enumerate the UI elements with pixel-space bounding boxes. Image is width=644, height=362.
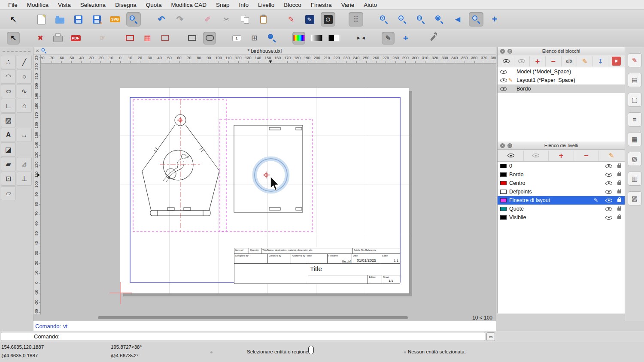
layer-color-swatch[interactable] [500, 181, 507, 185]
close-drawing-button[interactable]: ✖ [34, 32, 47, 45]
layer-row-defpoints[interactable]: Defpoints [498, 187, 625, 196]
open-file-button[interactable] [52, 12, 67, 27]
menu-item-livello[interactable]: Livello [253, 2, 279, 8]
pan-hand-button[interactable]: ☞ [96, 32, 109, 45]
library-browser-panel-button[interactable]: ▢ [628, 93, 642, 107]
block-row-model-model-space[interactable]: Model (*Model_Space) [498, 67, 625, 76]
zoom-out-button[interactable]: − [395, 12, 410, 27]
show-all-blocks-button[interactable] [498, 56, 514, 66]
drawing-canvas[interactable]: Item ref Quantity Title/Name, destinatio… [41, 63, 496, 314]
layer-row-0[interactable]: 0 [498, 162, 625, 170]
zoom-grid-button[interactable]: ▦ [265, 32, 278, 45]
eye-icon[interactable] [605, 216, 612, 220]
zoom-window-button[interactable] [469, 12, 483, 27]
menu-item-blocco[interactable]: Blocco [279, 2, 306, 8]
save-as-button[interactable]: ✎ [89, 12, 104, 27]
edit-block-button[interactable]: ✎ [577, 56, 593, 66]
snap-perpendicular-button[interactable]: ⊥ [17, 172, 32, 186]
line-tools-button[interactable]: ╱ [17, 55, 32, 69]
menu-item-finestra[interactable]: Finestra [306, 2, 337, 8]
block-row-bordo[interactable]: Bordo [498, 84, 625, 93]
eye-icon[interactable] [500, 70, 507, 74]
point-tools-button[interactable]: ∴ [1, 55, 16, 69]
close-panel-icon[interactable]: ✕ [500, 143, 505, 148]
remove-block-button[interactable]: − [546, 56, 562, 66]
command-console-toggle-button[interactable]: ▭ [486, 332, 495, 341]
circle-tools-button[interactable]: ○ [17, 69, 32, 84]
menu-item-vista[interactable]: Vista [53, 2, 76, 8]
solid-fill-button[interactable]: ▰ [1, 157, 16, 171]
edit-properties-button[interactable]: ✎ [302, 12, 317, 27]
hide-all-blocks-button[interactable] [514, 56, 530, 66]
remove-layer-button[interactable]: − [574, 151, 599, 161]
close-panel-icon[interactable]: ✕ [500, 49, 505, 54]
rounded-rect-button[interactable] [203, 32, 216, 45]
horizontal-scrollbar[interactable] [98, 316, 408, 319]
full-color-button[interactable] [292, 32, 305, 45]
layer-list-panel-button[interactable]: ▦ [628, 132, 642, 146]
viewport-frame-button[interactable] [123, 32, 136, 45]
menu-item-file[interactable]: File [3, 2, 22, 8]
selection-tool-button[interactable]: ↖ [6, 12, 21, 27]
block-row-layout1-paper-space[interactable]: ✎Layout1 (*Paper_Space) [498, 76, 625, 84]
snap-grid-button[interactable]: ⠿ [349, 12, 363, 27]
menu-item-modifica-cad[interactable]: Modifica CAD [166, 2, 211, 8]
black-white-button[interactable] [328, 32, 340, 45]
layer-row-finestre-di-layout[interactable]: Finestre di layout✎ [498, 196, 625, 205]
lock-icon[interactable] [617, 216, 621, 219]
edit-pencil-icon[interactable]: ✎ [592, 197, 599, 203]
erase-button[interactable]: ✐ [200, 12, 215, 27]
scale-one-button[interactable]: 1 [230, 32, 243, 45]
text-tool-button[interactable]: A [1, 128, 16, 142]
image-tool-button[interactable]: ◪ [1, 142, 16, 157]
viewport-center-button[interactable] [158, 32, 171, 45]
cut-button[interactable]: ✂ [219, 12, 234, 27]
shape-tools-button[interactable]: ⊡ [1, 172, 16, 186]
pdf-export-button[interactable]: PDF [69, 32, 82, 45]
eye-icon[interactable] [605, 181, 612, 185]
layer-color-swatch[interactable] [500, 198, 507, 202]
isometric-view-button[interactable]: ▱ [1, 186, 16, 200]
lock-icon[interactable] [617, 208, 621, 211]
add-layer-button[interactable]: + [549, 151, 574, 161]
redo-button[interactable]: ↷ [173, 12, 187, 27]
detach-panel-icon[interactable]: ◱ [507, 49, 512, 54]
selection-tool-2-button[interactable]: ↖ [7, 32, 20, 45]
zoom-in-button[interactable]: + [377, 12, 391, 27]
hatch-tool-button[interactable]: ▨ [1, 113, 16, 127]
menu-item-seleziona[interactable]: Seleziona [76, 2, 110, 8]
settings-button[interactable] [426, 32, 439, 45]
menu-item-aiuto[interactable]: Aiuto [359, 2, 382, 8]
print-export-button[interactable] [52, 32, 64, 45]
hide-all-layers-button[interactable] [524, 151, 549, 161]
svg-export-button[interactable]: SVG [108, 12, 122, 27]
draft-mode-button[interactable]: ✎ [382, 32, 395, 45]
lock-icon[interactable] [617, 173, 621, 176]
zoom-selection-button[interactable]: ▣ [432, 12, 447, 27]
add-block-button[interactable]: + [530, 56, 546, 66]
show-all-layers-button[interactable] [498, 151, 524, 161]
lock-icon[interactable] [617, 165, 621, 168]
restrict-nothing-button[interactable]: ∅ [321, 12, 335, 27]
new-file-button[interactable] [34, 12, 49, 27]
eye-icon[interactable] [605, 190, 612, 194]
polygon-tools-button[interactable]: ⌂ [17, 99, 32, 113]
grayscale-button[interactable] [310, 32, 323, 45]
detach-panel-icon[interactable]: ◱ [507, 143, 512, 148]
layer-color-swatch[interactable] [500, 172, 507, 177]
copy-button[interactable] [237, 12, 252, 27]
modify-button[interactable]: ✎ [284, 12, 298, 27]
layer-row-quote[interactable]: Quote [498, 205, 625, 213]
eye-icon[interactable] [605, 207, 612, 211]
dimension-tools-button[interactable]: ↔ [17, 128, 32, 142]
viewport-grid-button[interactable]: ▦ [141, 32, 154, 45]
rectangle-mode-button[interactable] [185, 32, 198, 45]
layer-row-bordo[interactable]: Bordo [498, 170, 625, 179]
eye-icon[interactable] [605, 199, 612, 202]
ellipse-tools-button[interactable]: ○ [1, 84, 16, 98]
auto-zoom-button[interactable]: ▭ [413, 12, 428, 27]
menu-item-modifica[interactable]: Modifica [22, 2, 53, 8]
layer-color-swatch[interactable] [500, 207, 507, 211]
clipboard-panel-button[interactable]: ▥ [628, 172, 642, 186]
block-list-panel-button[interactable]: ▤ [628, 73, 642, 87]
